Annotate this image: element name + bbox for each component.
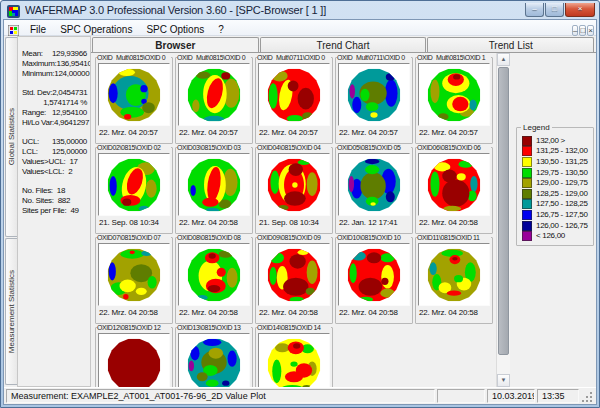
wafer-map-image <box>105 156 163 214</box>
document-icon[interactable] <box>8 22 19 33</box>
menu-item-file[interactable]: File <box>23 23 53 36</box>
wafer-cell[interactable]: OXID04\0815\OXID 0421. Sep. 08 10:34 <box>255 147 333 234</box>
stat-row: Values<LCL:2 <box>22 167 87 177</box>
stat-row: Mean:129,93966 <box>22 49 87 59</box>
stats-group: No. Files:18No. Sites:882Sites per File:… <box>22 186 87 216</box>
maximize-button[interactable]: □ <box>545 3 564 17</box>
legend-range-label: 129,00 - 129,75 <box>536 178 588 187</box>
stat-row: Std. Dev:2,0454731 <box>22 88 87 98</box>
wafer-cell[interactable]: OXID08\0815\OXID 0822. Mrz. 04 20:58 <box>175 237 253 324</box>
wafer-cell[interactable]: OXID07\0815\OXID 0722. Mrz. 04 20:58 <box>95 237 173 324</box>
wafer-cell[interactable]: OXID12\0815\OXID 12 <box>95 327 173 387</box>
wafer-label: OXID06\0815\OXID 06 <box>417 144 491 151</box>
wafer-map[interactable] <box>178 63 250 126</box>
wafer-map[interactable] <box>98 333 170 387</box>
wafer-map[interactable] <box>258 333 330 387</box>
tab-row: BrowserTrend ChartTrend List <box>91 36 596 52</box>
wafer-cell[interactable]: OXID06\0815\OXID 0622. Mrz. 04 20:58 <box>415 147 493 234</box>
wafer-map[interactable] <box>418 153 490 216</box>
wafer-map[interactable] <box>98 63 170 126</box>
legend-entry: 126,00 - 126,75 <box>522 220 591 231</box>
legend-color-swatch <box>522 210 532 220</box>
menu-item-spc-operations[interactable]: SPC Operations <box>53 23 139 36</box>
wafer-map[interactable] <box>258 243 330 306</box>
scrollbar-thumb[interactable] <box>498 67 509 355</box>
side-tab-label: Measurement Statistics <box>7 270 16 353</box>
close-button[interactable]: × <box>565 3 595 17</box>
window-title: WAFERMAP 3.0 Professional Version 3.60 -… <box>25 4 525 16</box>
menu-item-spc-options[interactable]: SPC Options <box>139 23 211 36</box>
stat-row: No. Sites:882 <box>22 196 87 206</box>
wafer-cell[interactable]: OXID_Mult\0815\OXID 122. Mrz. 04 20:57 <box>415 57 493 144</box>
wafer-label: OXID_Mult\0711\OXID 0 <box>337 54 411 61</box>
mdi-restore-button[interactable]: □ <box>579 25 586 36</box>
wafer-cell[interactable]: OXID14\0815\OXID 14 <box>255 327 333 387</box>
wafer-map[interactable] <box>98 153 170 216</box>
app-icon <box>7 4 20 17</box>
wafer-cell[interactable]: OXID03\0815\OXID 0322. Mrz. 04 20:58 <box>175 147 253 234</box>
menu-item-item[interactable]: ? <box>211 23 231 36</box>
wafer-map[interactable] <box>178 333 250 387</box>
wafer-map-image <box>425 66 483 124</box>
wafer-cell[interactable]: OXID_Mult\0815\OXID 022. Mrz. 04 20:57 <box>175 57 253 144</box>
side-tab-label: Global Statistics <box>7 108 16 165</box>
resize-grip[interactable] <box>581 389 594 403</box>
mdi-close-button[interactable]: × <box>587 25 594 36</box>
stat-label: UCL: <box>22 137 39 147</box>
wafer-cell[interactable]: OXID10\0815\OXID 1022. Mrz. 04 20:58 <box>335 237 413 324</box>
wafer-map-image <box>265 246 323 304</box>
scroll-up-button[interactable]: ▲ <box>497 53 510 66</box>
stat-label: Maximum: <box>22 59 57 69</box>
wafer-map[interactable] <box>178 243 250 306</box>
wafer-label: OXID14\0815\OXID 14 <box>257 324 331 331</box>
wafer-map[interactable] <box>178 153 250 216</box>
wafer-cell[interactable]: OXID02\0815\OXID 0221. Sep. 08 10:34 <box>95 147 173 234</box>
wafer-date: 22. Jan. 12 17:41 <box>336 216 412 227</box>
wafer-map[interactable] <box>338 243 410 306</box>
wafer-cell[interactable]: OXID11\0815\OXID 1122. Mrz. 04 20:58 <box>415 237 493 324</box>
side-tab-measurement-statistics[interactable]: Measurement Statistics <box>5 238 17 385</box>
wafer-cell[interactable]: OXID09\0815\OXID 0922. Mrz. 04 20:58 <box>255 237 333 324</box>
spc-browser-area: BrowserTrend ChartTrend List OXID_Mult\0… <box>91 36 596 387</box>
wafer-map[interactable] <box>418 63 490 126</box>
wafer-map[interactable] <box>338 63 410 126</box>
wafer-map-image <box>265 156 323 214</box>
wafer-cell[interactable]: OXID13\0815\OXID 13 <box>175 327 253 387</box>
legend-color-swatch <box>522 136 532 146</box>
tab-browser[interactable]: Browser <box>92 37 259 52</box>
vertical-scrollbar[interactable]: ▲ ▼ <box>496 53 510 387</box>
stat-row: Values>UCL:17 <box>22 157 87 167</box>
side-tab-global-statistics[interactable]: Global Statistics <box>5 37 17 237</box>
tab-trend-list[interactable]: Trend List <box>427 37 594 52</box>
stat-label: LCL: <box>22 147 38 157</box>
wafer-map[interactable] <box>338 153 410 216</box>
scroll-down-button[interactable]: ▼ <box>497 374 510 387</box>
wafer-label: OXID03\0815\OXID 03 <box>177 144 251 151</box>
legend-color-swatch <box>522 199 532 209</box>
wafer-label: OXID07\0815\OXID 07 <box>97 234 171 241</box>
status-measurement: Measurement: EXAMPLE2_AT001_AT001-76-96_… <box>6 389 435 403</box>
wafer-cell[interactable]: OXID_Mult\0815\OXID 022. Mrz. 04 20:57 <box>95 57 173 144</box>
minimize-button[interactable]: – <box>525 3 544 17</box>
wafer-map[interactable] <box>258 63 330 126</box>
stats-group: Std. Dev:2,04547311,5741714 %Range:12,95… <box>22 88 87 128</box>
mdi-controls: –□× <box>571 19 594 37</box>
wafer-date: 21. Sep. 08 10:34 <box>96 216 172 227</box>
wafer-map[interactable] <box>418 243 490 306</box>
wafer-cell[interactable]: OXID_Mult\0711\OXID 022. Mrz. 04 20:57 <box>255 57 333 144</box>
tab-trend-chart[interactable]: Trend Chart <box>260 37 427 52</box>
wafer-cell[interactable]: OXID_Mult\0711\OXID 022. Mrz. 04 20:57 <box>335 57 413 144</box>
wafer-label: OXID04\0815\OXID 04 <box>257 144 331 151</box>
wafer-date: 22. Mrz. 04 20:58 <box>176 306 252 317</box>
wafer-map[interactable] <box>258 153 330 216</box>
scrollbar-track[interactable] <box>497 66 510 374</box>
wafer-grid: OXID_Mult\0815\OXID 022. Mrz. 04 20:57OX… <box>91 53 496 387</box>
wafer-cell[interactable]: OXID05\0815\OXID 0522. Jan. 12 17:41 <box>335 147 413 234</box>
legend-panel: Legend 132,00 >131,25 - 132,00130,50 - 1… <box>510 53 596 387</box>
side-tab-strip: Global StatisticsMeasurement Statistics <box>4 36 17 387</box>
stat-value: 18 <box>57 186 65 196</box>
wafer-date: 22. Mrz. 04 20:57 <box>256 126 332 137</box>
wafer-map[interactable] <box>98 243 170 306</box>
wafer-date: 22. Mrz. 04 20:57 <box>416 126 492 137</box>
mdi-minimize-button[interactable]: – <box>572 25 578 36</box>
